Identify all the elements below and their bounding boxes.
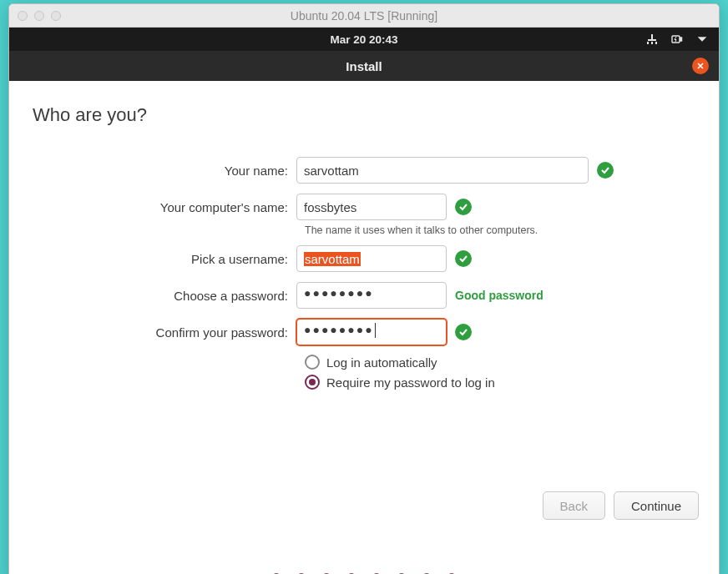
- vm-viewport: Mar 20 20:43 Install Who are you?: [9, 28, 719, 574]
- installer-body: Who are you? Your name: Your computer's …: [9, 81, 719, 574]
- password-input[interactable]: ●●●●●●●●: [296, 282, 447, 309]
- check-icon: [455, 250, 472, 267]
- text-caret: [375, 323, 376, 338]
- gnome-topbar: Mar 20 20:43: [9, 28, 719, 51]
- svg-rect-3: [655, 42, 657, 44]
- radio-unselected-icon: [305, 355, 320, 370]
- page-heading: Who are you?: [33, 104, 699, 126]
- hostname-hint: The name it uses when it talks to other …: [305, 224, 699, 236]
- radio-selected-icon: [305, 375, 320, 390]
- name-input[interactable]: [296, 157, 589, 184]
- password-strength: Good password: [455, 289, 543, 302]
- radio-require-label: Require my password to log in: [326, 375, 495, 390]
- label-password: Choose a password:: [29, 289, 296, 303]
- check-icon: [597, 162, 614, 179]
- svg-rect-2: [651, 42, 653, 44]
- radio-autologin-label: Log in automatically: [326, 355, 437, 370]
- host-window-title: Ubuntu 20.04 LTS [Running]: [9, 9, 719, 23]
- installer-titlebar: Install: [9, 51, 719, 81]
- label-hostname: Your computer's name:: [29, 200, 296, 214]
- label-username: Pick a username:: [29, 252, 296, 266]
- confirm-password-input[interactable]: ●●●●●●●●: [296, 319, 447, 345]
- username-value: sarvottam: [304, 252, 361, 266]
- host-window: Ubuntu 20.04 LTS [Running] Mar 20 20:43 …: [8, 3, 720, 574]
- gnome-system-tray[interactable]: [645, 28, 709, 51]
- label-name: Your name:: [29, 164, 296, 178]
- label-confirm: Confirm your password:: [29, 325, 296, 340]
- radio-require-password[interactable]: Require my password to log in: [305, 375, 699, 390]
- gnome-clock[interactable]: Mar 20 20:43: [330, 33, 397, 46]
- battery-icon[interactable]: [670, 33, 684, 46]
- username-input[interactable]: sarvottam: [296, 245, 447, 272]
- network-icon[interactable]: [645, 33, 659, 46]
- check-icon: [455, 199, 472, 215]
- installer-title: Install: [346, 59, 382, 73]
- hostname-input[interactable]: [296, 194, 447, 220]
- svg-rect-7: [680, 38, 682, 41]
- close-button[interactable]: [692, 58, 709, 74]
- radio-autologin[interactable]: Log in automatically: [305, 355, 699, 370]
- check-icon: [455, 324, 472, 340]
- continue-button[interactable]: Continue: [614, 491, 699, 520]
- chevron-down-icon[interactable]: [695, 33, 709, 46]
- host-titlebar: Ubuntu 20.04 LTS [Running]: [9, 4, 719, 28]
- back-button[interactable]: Back: [543, 491, 605, 520]
- svg-rect-1: [647, 42, 649, 44]
- svg-rect-5: [651, 38, 653, 41]
